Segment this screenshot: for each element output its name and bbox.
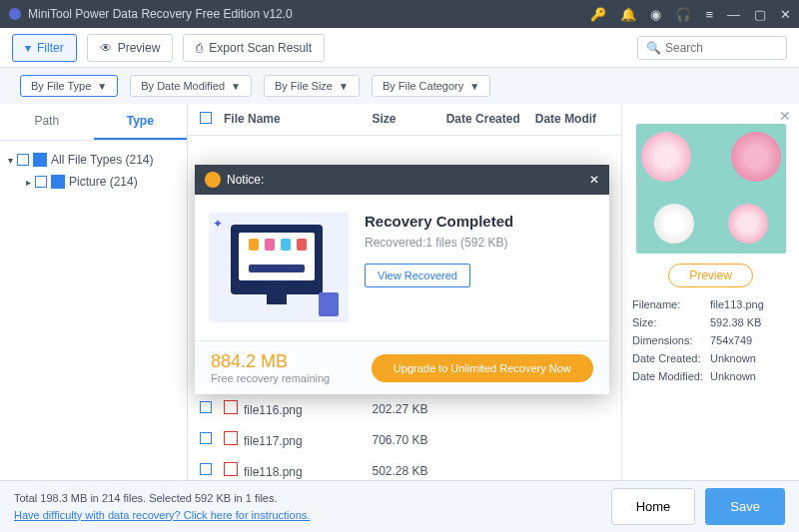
meta-label: Dimensions:: [632, 334, 710, 346]
svg-point-0: [9, 8, 21, 20]
notice-icon: [205, 172, 221, 188]
search-input[interactable]: [665, 41, 778, 55]
maximize-icon[interactable]: ▢: [754, 7, 766, 22]
chevron-down-icon: ▼: [339, 81, 349, 92]
app-title: MiniTool Power Data Recovery Free Editio…: [28, 7, 590, 21]
chevron-down-icon: ▾: [8, 155, 13, 166]
preview-thumbnail: [636, 124, 786, 254]
checkbox-icon[interactable]: [200, 463, 212, 475]
filter-button[interactable]: ▾ Filter: [12, 34, 77, 62]
filter-file-type[interactable]: By File Type▼: [20, 75, 118, 97]
chevron-down-icon: ▼: [97, 81, 107, 92]
col-date-created[interactable]: Date Created: [446, 112, 535, 127]
chevron-right-icon: ▸: [26, 177, 31, 188]
modal-title-label: Notice:: [227, 173, 264, 187]
key-icon[interactable]: 🔑: [590, 7, 606, 22]
export-label: Export Scan Result: [209, 41, 312, 55]
help-link[interactable]: Have difficulty with data recovery? Clic…: [14, 507, 310, 524]
preview-label: Preview: [118, 41, 161, 55]
recovery-modal: Notice: ✕ ✦ Recovery Completed Recovered…: [195, 165, 609, 394]
meta-label: Filename:: [632, 298, 710, 310]
meta-label: Date Modified:: [632, 370, 710, 382]
checkbox-icon[interactable]: [200, 401, 212, 413]
modal-close-icon[interactable]: ✕: [589, 173, 599, 187]
view-recovered-button[interactable]: View Recovered: [365, 264, 470, 287]
sparkle-icon: ✦: [213, 217, 223, 231]
picture-icon: [51, 175, 65, 189]
toolbar: ▾ Filter 👁 Preview ⎙ Export Scan Result …: [0, 28, 799, 68]
meta-value: 592.38 KB: [710, 316, 761, 328]
file-icon: [224, 400, 238, 414]
save-button[interactable]: Save: [705, 488, 785, 525]
file-icon: [224, 462, 238, 476]
modal-heading: Recovery Completed: [365, 213, 595, 230]
chevron-down-icon: ▼: [231, 81, 241, 92]
preview-panel: ✕ Preview Filename:file113.png Size:592.…: [621, 104, 799, 480]
checkbox-icon[interactable]: [200, 432, 212, 444]
chevron-down-icon: ▼: [469, 81, 479, 92]
preview-open-button[interactable]: Preview: [668, 264, 753, 287]
filter-bar: By File Type▼ By Date Modified▼ By File …: [0, 68, 799, 104]
export-icon: ⎙: [196, 41, 203, 55]
col-date-modified[interactable]: Date Modif: [535, 112, 609, 127]
remaining-label: Free recovery remaining: [211, 372, 356, 384]
close-icon[interactable]: ✕: [780, 7, 791, 22]
tab-type[interactable]: Type: [94, 104, 188, 140]
table-row[interactable]: file116.png202.27 KB: [188, 393, 621, 424]
upgrade-button[interactable]: Upgrade to Unlimited Recovery Now: [372, 354, 593, 382]
checkbox-all[interactable]: [200, 112, 212, 124]
disc-icon[interactable]: ◉: [650, 7, 661, 22]
eye-icon: 👁: [100, 41, 112, 55]
app-icon: [8, 7, 22, 21]
bell-icon[interactable]: 🔔: [620, 7, 636, 22]
preview-button[interactable]: 👁 Preview: [87, 34, 174, 62]
col-filename[interactable]: File Name: [224, 112, 372, 127]
list-header: File Name Size Date Created Date Modif: [188, 104, 621, 136]
table-row[interactable]: file118.png502.28 KB: [188, 455, 621, 486]
home-button[interactable]: Home: [611, 488, 696, 525]
table-row[interactable]: file117.png706.70 KB: [188, 424, 621, 455]
headphones-icon[interactable]: 🎧: [675, 7, 691, 22]
filter-date-modified[interactable]: By Date Modified▼: [130, 75, 252, 97]
meta-value: 754x749: [710, 334, 752, 346]
filter-file-category[interactable]: By File Category▼: [372, 75, 490, 97]
minimize-icon[interactable]: —: [727, 7, 740, 22]
titlebar: MiniTool Power Data Recovery Free Editio…: [0, 0, 799, 28]
folder-icon: [33, 153, 47, 167]
tree-label: Picture (214): [69, 175, 138, 189]
search-box[interactable]: 🔍: [637, 36, 787, 60]
modal-header: Notice: ✕: [195, 165, 609, 195]
tab-path[interactable]: Path: [0, 104, 94, 140]
menu-icon[interactable]: ≡: [705, 7, 713, 22]
tree-all-file-types[interactable]: ▾ All File Types (214): [6, 149, 181, 171]
modal-illustration: ✦: [209, 213, 349, 322]
meta-label: Size:: [632, 316, 710, 328]
meta-label: Date Created:: [632, 352, 710, 364]
checkbox-icon[interactable]: [35, 176, 47, 188]
meta-value: Unknown: [710, 370, 756, 382]
meta-value: Unknown: [710, 352, 756, 364]
tree-label: All File Types (214): [51, 153, 154, 167]
search-icon: 🔍: [646, 41, 661, 55]
close-preview-icon[interactable]: ✕: [779, 108, 791, 124]
remaining-value: 884.2 MB: [211, 351, 356, 372]
preview-meta: Filename:file113.png Size:592.38 KB Dime…: [632, 295, 789, 385]
disk-icon: [319, 292, 339, 316]
modal-subtext: Recovered:1 files (592 KB): [365, 236, 595, 250]
export-button[interactable]: ⎙ Export Scan Result: [183, 34, 325, 62]
filter-label: Filter: [37, 41, 64, 55]
sidebar: Path Type ▾ All File Types (214) ▸ Pictu…: [0, 104, 188, 480]
footer-status: Total 198.3 MB in 214 files. Selected 59…: [14, 490, 310, 507]
file-icon: [224, 431, 238, 445]
tree-picture[interactable]: ▸ Picture (214): [6, 171, 181, 193]
meta-value: file113.png: [710, 298, 764, 310]
filter-file-size[interactable]: By File Size▼: [264, 75, 360, 97]
funnel-icon: ▾: [25, 41, 31, 55]
checkbox-icon[interactable]: [17, 154, 29, 166]
col-size[interactable]: Size: [372, 112, 445, 127]
footer: Total 198.3 MB in 214 files. Selected 59…: [0, 480, 799, 532]
